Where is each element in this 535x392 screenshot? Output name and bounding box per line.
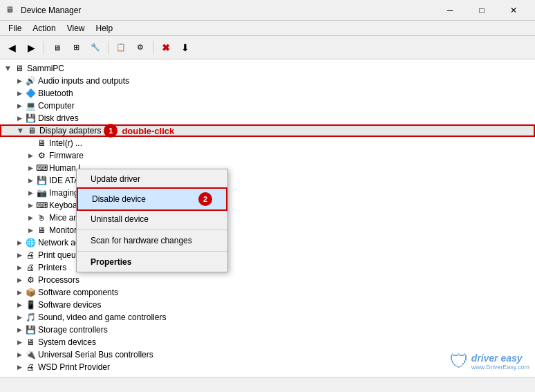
expand-wsd: ▶ <box>14 362 25 373</box>
ctx-properties[interactable]: Properties <box>77 254 227 270</box>
toolbar-scan[interactable]: 📋 <box>112 39 130 57</box>
disk-label: Disk drives <box>38 113 79 123</box>
bluetooth-icon: 🔷 <box>25 88 36 99</box>
minimize-button[interactable]: ─ <box>434 0 466 21</box>
watermark-url: www.DriverEasy.com <box>471 364 529 371</box>
firmware-icon: ⚙ <box>36 150 47 161</box>
tree-sound-video[interactable]: ▶ 🎵 Sound, video and game controllers <box>0 311 535 324</box>
system-icon: 🖥 <box>25 337 36 348</box>
menu-action[interactable]: Action <box>27 22 61 35</box>
processors-icon: ⚙ <box>25 274 36 286</box>
driver-easy-shield-icon: 🛡 <box>449 350 469 373</box>
bluetooth-label: Bluetooth <box>38 88 73 98</box>
print-queues-icon: 🖨 <box>25 250 36 261</box>
audio-label: Audio inputs and outputs <box>38 76 129 86</box>
sw-devices-icon: 📱 <box>25 299 36 310</box>
toolbar-download[interactable]: ⬇ <box>176 39 194 57</box>
hid-icon: ⌨ <box>36 162 47 174</box>
sw-devices-label: Software devices <box>38 300 101 310</box>
expand-display: ▶ <box>15 125 26 136</box>
expand-sw-devices: ▶ <box>14 299 25 310</box>
toolbar-sep1 <box>44 41 44 55</box>
toolbar-sep3 <box>153 41 153 55</box>
watermark-brand: driver easy <box>471 353 523 364</box>
app-icon: 🖥 <box>6 5 17 16</box>
usb-label: Universal Serial Bus controllers <box>38 350 153 360</box>
toolbar-properties[interactable]: ⊞ <box>67 39 85 57</box>
tree-system-devices[interactable]: ▶ 🖥 System devices <box>0 336 535 348</box>
menu-view[interactable]: View <box>62 22 91 35</box>
close-button[interactable]: ✕ <box>498 0 529 21</box>
tree-audio[interactable]: ▶ 🔊 Audio inputs and outputs <box>0 75 535 87</box>
network-icon: 🌐 <box>25 237 36 248</box>
expand-imaging: ▶ <box>25 187 36 198</box>
root-label: SammiPC <box>27 64 64 73</box>
tree-intel[interactable]: ▶ 🖥 Intel(r) ... <box>0 137 535 149</box>
firmware-label: Firmware <box>49 151 84 160</box>
expand-audio: ▶ <box>14 75 25 86</box>
sound-icon: 🎵 <box>25 312 36 323</box>
toolbar-device-manager[interactable]: 🖥 <box>48 39 66 57</box>
tree-bluetooth[interactable]: ▶ 🔷 Bluetooth <box>0 87 535 100</box>
toolbar-add-legacy[interactable]: ⚙ <box>131 39 149 57</box>
step-badge-1: 1 <box>104 124 118 138</box>
tree-software-devices[interactable]: ▶ 📱 Software devices <box>0 299 535 311</box>
display-icon: 🖥 <box>26 125 37 136</box>
usb-icon: 🔌 <box>25 349 36 360</box>
title-bar: 🖥 Device Manager ─ □ ✕ <box>0 0 535 21</box>
expand-bluetooth: ▶ <box>14 88 25 99</box>
tree-firmware[interactable]: ▶ ⚙ Firmware <box>0 149 535 162</box>
expand-monitors: ▶ <box>25 225 36 236</box>
toolbar: ◀ ▶ 🖥 ⊞ 🔧 📋 ⚙ ✖ ⬇ <box>0 36 535 59</box>
toolbar-update[interactable]: 🔧 <box>86 39 104 57</box>
context-menu: Update driver Disable device 2 Uninstall… <box>76 169 228 272</box>
expand-printers: ▶ <box>14 262 25 273</box>
expand-sound: ▶ <box>14 312 25 323</box>
menu-file[interactable]: File <box>3 22 27 35</box>
menu-help[interactable]: Help <box>91 22 119 35</box>
wsd-icon: 🖨 <box>25 362 36 373</box>
title-bar-text: Device Manager <box>21 6 434 15</box>
expand-sw-components: ▶ <box>14 287 25 298</box>
tree-software-components[interactable]: ▶ 📦 Software components <box>0 286 535 299</box>
toolbar-uninstall[interactable]: ✖ <box>157 39 175 57</box>
monitor-icon: 🖥 <box>36 225 47 236</box>
menu-bar: File Action View Help <box>0 21 535 36</box>
printers-icon: 🖨 <box>25 262 36 273</box>
disk-icon: 💾 <box>25 113 36 124</box>
computer-label: Computer <box>38 101 75 111</box>
expand-disk: ▶ <box>14 113 25 124</box>
display-label: Display adapters <box>39 126 101 136</box>
audio-icon: 🔊 <box>25 75 36 86</box>
tree-disk[interactable]: ▶ 💾 Disk drives <box>0 112 535 124</box>
expand-mice: ▶ <box>25 212 36 223</box>
processors-label: Processors <box>38 275 79 285</box>
expand-ide: ▶ <box>25 175 36 186</box>
toolbar-forward[interactable]: ▶ <box>22 39 40 57</box>
tree-root[interactable]: ▶ 🖥 SammiPC <box>0 62 535 75</box>
ctx-uninstall-device[interactable]: Uninstall device <box>77 211 227 227</box>
ctx-scan[interactable]: Scan for hardware changes <box>77 232 227 249</box>
tree-processors[interactable]: ▶ ⚙ Processors <box>0 274 535 286</box>
title-bar-controls: ─ □ ✕ <box>434 0 529 21</box>
toolbar-back[interactable]: ◀ <box>3 39 21 57</box>
ctx-disable-device[interactable]: Disable device 2 <box>77 187 227 211</box>
expand-processors: ▶ <box>14 274 25 286</box>
watermark: 🛡 driver easy www.DriverEasy.com <box>449 350 529 373</box>
expand-usb: ▶ <box>14 349 25 360</box>
expand-print-queues: ▶ <box>14 250 25 261</box>
tree-storage[interactable]: ▶ 💾 Storage controllers <box>0 324 535 336</box>
expand-keyboards: ▶ <box>25 200 36 211</box>
maximize-button[interactable]: □ <box>466 0 498 21</box>
ide-icon: 💾 <box>36 175 47 186</box>
ctx-update-driver[interactable]: Update driver <box>77 171 227 187</box>
storage-label: Storage controllers <box>38 325 108 335</box>
tree-computer[interactable]: ▶ 💻 Computer <box>0 100 535 112</box>
wsd-label: WSD Print Provider <box>38 362 110 372</box>
tree-display-adapters[interactable]: ▶ 🖥 Display adapters 1 double-click <box>0 124 535 137</box>
ctx-sep1 <box>77 230 227 230</box>
intel-icon: 🖥 <box>36 138 47 149</box>
ctx-sep2 <box>77 251 227 252</box>
expand-hid: ▶ <box>25 162 36 174</box>
sw-components-icon: 📦 <box>25 287 36 298</box>
